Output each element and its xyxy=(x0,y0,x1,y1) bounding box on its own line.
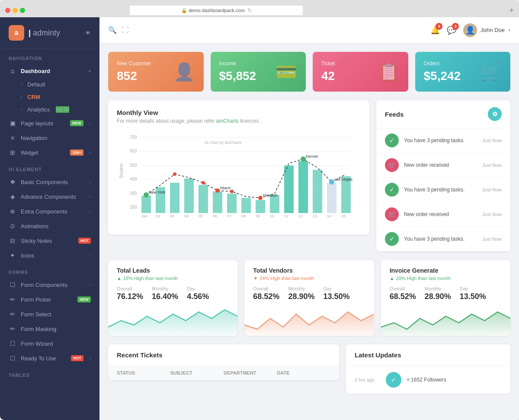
masking-icon: ✏ xyxy=(9,325,16,332)
sidebar-item-icons[interactable]: ✦ Icons › xyxy=(0,248,99,263)
sidebar-item-label: Widget xyxy=(21,150,66,156)
feed-time: Just Now xyxy=(482,138,502,143)
amcharts-link[interactable]: amCharts xyxy=(216,118,238,124)
feed-time: Just Now xyxy=(482,187,502,192)
messages-button[interactable]: 💬 3 xyxy=(447,25,456,35)
chevron-right-icon: › xyxy=(21,107,22,112)
svg-rect-24 xyxy=(298,161,308,213)
svg-rect-23 xyxy=(284,165,294,213)
order-icon: 🛒 xyxy=(385,158,399,172)
svg-point-41 xyxy=(215,188,220,193)
sidebar-item-analytics[interactable]: › Analytics NEW xyxy=(0,103,99,116)
sidebar-section-forms: Forms xyxy=(0,263,99,277)
metric-trend: ▲ 20% High than last month xyxy=(390,276,502,281)
sidebar-item-ready-to-use[interactable]: ☐ Ready To Use HOT › xyxy=(0,351,99,366)
svg-text:Jan: Jan xyxy=(141,214,148,218)
task-icon: ✓ xyxy=(385,134,399,147)
feed-item: 🛒 New order received Just Now xyxy=(376,153,510,178)
chevron-right-icon: › xyxy=(90,356,91,361)
sidebar-item-label: Form Picker xyxy=(21,296,73,303)
feeds-settings-button[interactable]: ⚙ xyxy=(488,107,502,121)
sidebar-item-widget[interactable]: ⊞ Widget 100+ › xyxy=(0,145,99,160)
svg-text:Student: Student xyxy=(119,163,124,178)
sidebar-item-basic-components[interactable]: ❖ Basic Components › xyxy=(0,175,99,189)
sidebar-item-crm[interactable]: › CRM xyxy=(0,91,99,103)
chevron-right-icon: › xyxy=(90,150,91,155)
task-icon: ✓ xyxy=(385,183,399,197)
metric-stats: Overall 68.52% Monthly 28.90% Day 13.50% xyxy=(253,286,365,301)
sidebar-item-advance-components[interactable]: ◈ Advance Components › xyxy=(0,189,99,204)
svg-rect-20 xyxy=(241,198,251,213)
notifications-button[interactable]: 🔔 9 xyxy=(430,25,440,35)
chevron-right-icon: › xyxy=(90,180,91,185)
svg-point-30 xyxy=(202,181,205,185)
feed-item: ✓ You have 3 pending tasks. Just Now xyxy=(376,227,510,251)
reload-icon[interactable]: ↻ xyxy=(247,7,252,13)
metric-stat: Day 4.56% xyxy=(187,286,209,301)
stat-value: 42 xyxy=(321,69,335,83)
svg-point-29 xyxy=(173,172,176,176)
feeds-header: Feeds ⚙ xyxy=(376,100,510,128)
sidebar-item-form-wizard[interactable]: ☐ Form Wizard xyxy=(0,336,99,351)
sidebar-item-default[interactable]: › Default xyxy=(0,78,99,91)
feed-time: Just Now xyxy=(482,236,502,242)
sidebar-item-form-masking[interactable]: ✏ Form Masking xyxy=(0,321,99,336)
stat-card-new-customer: New Customer 852 👤 xyxy=(108,52,204,92)
minimize-dot[interactable] xyxy=(13,8,18,13)
feed-text: You have 3 pending tasks. xyxy=(404,137,477,143)
ticket-icon: 📋 xyxy=(378,62,400,82)
sidebar-item-label: Page layouts xyxy=(21,120,66,127)
col-status: Status xyxy=(117,370,170,375)
updates-title: Latest Updates xyxy=(355,351,502,359)
sidebar-item-sticky-notes[interactable]: ⊟ Sticky Notes HOT xyxy=(0,233,99,248)
wizard-icon: ☐ xyxy=(9,340,16,347)
svg-text:700: 700 xyxy=(130,135,137,140)
logo-text: | adminty xyxy=(29,29,60,38)
ready-icon: ☐ xyxy=(9,355,16,362)
metric-stat: Overall 68.52% xyxy=(390,286,416,301)
sidebar-item-form-picker[interactable]: ✏ Form Picker NEW xyxy=(0,292,99,307)
sidebar-item-extra-components[interactable]: ⊛ Extra Components › xyxy=(0,204,99,219)
trend-up-icon: ▲ xyxy=(117,276,122,281)
sidebar-item-label: Form Wizard xyxy=(21,340,91,347)
feed-time: Just Now xyxy=(482,212,502,217)
sidebar-item-label: Icons xyxy=(21,252,85,259)
metric-stat: Monthly 16.40% xyxy=(152,286,178,301)
url-text: demo.dashboardpack.com xyxy=(189,8,245,13)
recent-tickets-section: Recent Tickets Status Subject Department… xyxy=(108,344,339,394)
sidebar-section-ui: UI Element xyxy=(0,160,99,175)
sidebar-item-navigation[interactable]: ≡ Navigation xyxy=(0,130,99,145)
feed-text: New order received xyxy=(404,162,477,168)
chevron-right-icon: › xyxy=(90,283,91,287)
feeds-card: Feeds ⚙ ✓ You have 3 pending tasks. Just… xyxy=(376,100,510,251)
close-dot[interactable] xyxy=(5,8,10,13)
svg-text:300: 300 xyxy=(130,191,137,196)
sidebar-item-page-layouts[interactable]: ▣ Page layouts NEW › xyxy=(0,116,99,130)
search-icon[interactable]: 🔍 xyxy=(108,26,117,34)
new-tab-button[interactable]: + xyxy=(509,6,514,15)
svg-text:600: 600 xyxy=(130,149,137,153)
expand-icon[interactable]: ⛶ xyxy=(122,26,129,34)
sidebar-item-dashboard[interactable]: ⌂ Dashboard ▾ xyxy=(0,64,99,78)
svg-point-39 xyxy=(258,196,263,200)
maximize-dot[interactable] xyxy=(20,8,25,13)
eye-icon[interactable]: 👁 xyxy=(85,30,91,36)
invoice-sparkline xyxy=(381,301,510,336)
metric-stat: Overall 68.52% xyxy=(253,286,279,301)
metric-title: Invoice Generate xyxy=(390,267,502,274)
sidebar-item-label: Extra Components xyxy=(21,208,85,215)
sidebar-item-form-select[interactable]: ✏ Form Select xyxy=(0,307,99,321)
user-menu[interactable]: 👤 John Doe ▾ xyxy=(463,23,510,37)
picker-icon: ✏ xyxy=(9,296,16,303)
svg-text:10: 10 xyxy=(270,214,274,218)
svg-text:04: 04 xyxy=(184,214,189,218)
components-icon: ❖ xyxy=(9,178,16,185)
sidebar-item-form-components[interactable]: ☐ Form Components › xyxy=(0,277,99,292)
sidebar-item-animations[interactable]: ⊙ Animations xyxy=(0,219,99,233)
feed-item: 🛒 New order received Just Now xyxy=(376,202,510,227)
cart-icon: 🛒 xyxy=(480,62,502,82)
metric-stat: Day 13.50% xyxy=(323,286,349,301)
monthly-view-card: Monthly View For more details about usag… xyxy=(108,100,369,235)
sidebar-item-label: Form Masking xyxy=(21,326,91,332)
svg-text:07: 07 xyxy=(227,214,231,218)
